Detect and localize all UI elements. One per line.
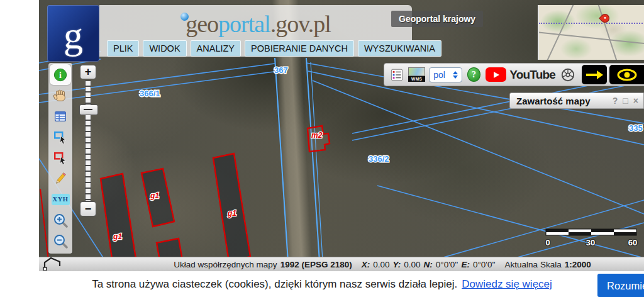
zoom-out-tool-button[interactable] [50, 230, 71, 251]
language-select[interactable]: pol [429, 67, 462, 82]
scale-label: Aktualna Skala [505, 260, 562, 269]
measure-area-icon [42, 255, 63, 271]
wordmark-portal: portal [218, 11, 270, 37]
e-value: 0°0'0'' [473, 260, 496, 269]
scale-tick-label: 0 [545, 238, 550, 247]
menu-item-widok[interactable]: WIDOK [143, 40, 186, 57]
wms-map-thumbnail [408, 67, 425, 76]
building-label: g1 [227, 209, 236, 218]
attribute-table-icon [53, 109, 68, 124]
wheel-settings-icon[interactable] [560, 67, 575, 83]
youtube-play-icon [486, 67, 506, 82]
zoom-out-button[interactable]: − [80, 201, 96, 216]
language-value: pol [433, 70, 445, 80]
select-rect-blue-button[interactable] [50, 126, 71, 147]
scale-value: 1:2000 [565, 260, 591, 269]
attribute-table-button[interactable] [50, 106, 71, 126]
panel-title: Zawartość mapy [516, 96, 608, 106]
arrow-right-icon [584, 69, 604, 81]
select-rect-red-button[interactable] [50, 147, 71, 168]
overview-map[interactable] [538, 5, 644, 60]
parcel-label: 367 [274, 65, 288, 75]
scale-tick-label: 60 [628, 238, 637, 247]
map-content-panel-header[interactable]: Zawartość mapy ? □ × [509, 92, 644, 109]
wordmark: geoportal.gov.pl [99, 10, 412, 38]
chevron-updown-icon [453, 71, 458, 79]
legend-icon[interactable] [391, 68, 403, 82]
menu-item-plik[interactable]: PLIK [107, 40, 139, 57]
youtube-link[interactable]: YouTube [486, 67, 555, 82]
zoom-slider-track[interactable] [85, 81, 91, 201]
building-label: m2 [311, 131, 323, 140]
zoom-in-button[interactable]: + [80, 65, 96, 79]
menu-item-analizy[interactable]: ANALIZY [191, 40, 241, 57]
panel-maximize-button[interactable]: □ [623, 96, 628, 105]
parcel-label: 335 [629, 123, 643, 133]
pencil-draw-icon [53, 171, 68, 186]
logo-g-glyph: g [64, 16, 83, 55]
road-boundary-lines [275, 58, 323, 271]
n-label: N: [424, 260, 433, 269]
left-toolbar: i [48, 63, 72, 254]
xyh-coordinates-button[interactable]: XYH [50, 189, 71, 210]
scale-bar: 0 30 60 [545, 229, 637, 247]
wms-icon[interactable]: WMS [408, 67, 424, 82]
y-value: 0.00 [404, 260, 420, 269]
cookie-bar: Ta strona używa ciasteczek (cookies), dz… [0, 271, 644, 297]
n-value: 0°0'0'' [436, 260, 458, 269]
scale-tick-label: 30 [586, 238, 595, 247]
building-label: g1 [150, 191, 159, 200]
xyh-coordinates-icon: XYH [52, 194, 70, 205]
cookie-message: Ta strona używa ciasteczek (cookies), dz… [92, 278, 457, 291]
crs-value: 1992 (EPSG 2180) [280, 260, 352, 269]
geoportal-logo[interactable]: g [47, 5, 99, 62]
identify-tool-button[interactable]: i [50, 64, 71, 85]
zoom-in-icon [53, 213, 68, 228]
parcel-label: 336/2 [369, 154, 389, 164]
zoom-in-tool-button[interactable] [50, 210, 71, 230]
zoom-out-icon [53, 233, 68, 249]
draw-tool-button[interactable] [50, 168, 71, 189]
overview-road [597, 5, 621, 60]
e-label: E: [461, 260, 470, 269]
main-menu: PLIK WIDOK ANALIZY POBIERANIE DANYCH WYS… [107, 40, 441, 57]
parcel-label: 366/1 [140, 89, 160, 98]
zoom-slider-handle[interactable] [79, 104, 98, 115]
skip-arrow-button[interactable] [582, 65, 607, 84]
header-bar: geoportal.gov.pl PLIK WIDOK ANALIZY POBI… [99, 5, 412, 57]
cookie-learn-more-link[interactable]: Dowiedz się więcej [462, 278, 552, 291]
youtube-label: YouTube [509, 68, 555, 82]
select-rect-red-icon [53, 150, 68, 165]
menu-item-pobieranie-danych[interactable]: POBIERANIE DANYCH [245, 40, 354, 57]
pan-hand-icon [53, 88, 68, 103]
building-label: g1 [113, 232, 122, 241]
cookie-accept-button[interactable]: Rozumiem [597, 274, 644, 297]
contrast-eye-button[interactable] [609, 65, 644, 84]
building-outlines [40, 126, 330, 271]
accessibility-buttons [582, 65, 644, 84]
x-value: 0.00 [373, 260, 389, 269]
crs-label: Układ współrzędnych mapy [174, 260, 277, 269]
svg-text:i: i [59, 70, 62, 80]
top-right-toolbar: WMS pol ? YouTube [384, 63, 644, 86]
menu-item-wyszukiwania[interactable]: WYSZUKIWANIA [358, 40, 441, 57]
panel-help-button[interactable]: ? [613, 96, 618, 105]
info-icon: i [53, 67, 68, 82]
pan-tool-button[interactable] [50, 85, 71, 106]
measure-area-button[interactable] [42, 255, 63, 271]
panel-close-button[interactable]: × [633, 96, 638, 105]
help-button[interactable]: ? [467, 67, 480, 82]
site-badge: Geoportal krajowy [391, 11, 483, 27]
x-label: X: [362, 260, 370, 269]
select-rect-blue-icon [53, 130, 68, 145]
status-bar: Układ współrzędnych mapy 1992 (EPSG 2180… [39, 257, 644, 271]
railway-line [539, 23, 644, 24]
wordmark-suffix: .gov.pl [270, 11, 331, 37]
y-label: Y: [392, 260, 401, 269]
wordmark-geo: geo [186, 11, 218, 37]
wms-label: WMS [408, 76, 425, 82]
eye-icon [614, 68, 642, 82]
